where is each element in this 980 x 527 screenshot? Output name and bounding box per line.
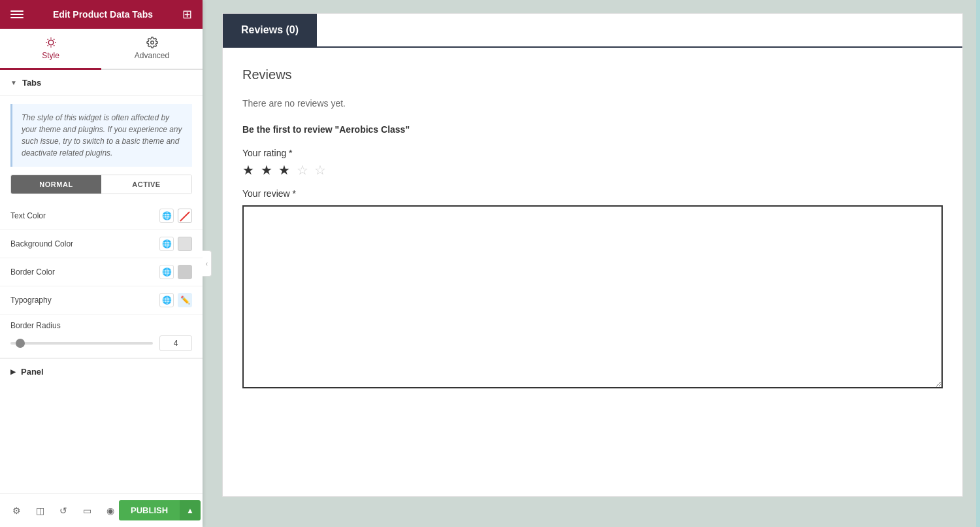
typography-controls: 🌐 ✏️ [159,293,192,307]
panel-content: ▼ Tabs The style of this widget is often… [0,70,203,527]
border-radius-row: Border Radius 4 [0,314,203,358]
left-panel: Edit Product Data Tabs ⊞ Style Advanced … [0,0,203,527]
reviews-tab[interactable]: Reviews (0) [223,14,317,46]
publish-button[interactable]: PUBLISH [119,500,180,520]
typography-row: Typography 🌐 ✏️ [0,286,203,314]
border-radius-control: 4 [10,335,192,351]
background-color-global-btn[interactable]: 🌐 [159,237,174,251]
tab-advanced-label: Advanced [135,51,169,60]
right-border-accent [976,0,980,527]
text-color-swatch[interactable] [178,209,192,223]
tab-strip: Reviews (0) [223,14,962,48]
tabs-section-header[interactable]: ▼ Tabs [0,70,203,96]
your-rating-label: Your rating * [242,148,943,158]
background-color-label: Background Color [10,239,159,248]
border-radius-label: Border Radius [10,321,192,330]
panel-section: ▶ Panel [0,358,203,384]
border-radius-slider[interactable] [10,342,153,345]
star-1[interactable]: ★ [242,163,255,177]
publish-group: PUBLISH ▲ [119,500,201,520]
history-icon[interactable]: ↺ [55,502,72,519]
tab-advanced[interactable]: Advanced [101,29,203,70]
tabs-info-box: The style of this widget is often affect… [10,104,192,167]
text-color-row: Text Color 🌐 [0,202,203,230]
bottom-icons-group: ⚙ ◫ ↺ ▭ ◉ [8,502,119,519]
typography-global-btn[interactable]: 🌐 [159,293,174,307]
content-wrapper: Reviews (0) Reviews There are no reviews… [222,13,963,497]
tabs-info-text: The style of this widget is often affect… [22,113,182,158]
review-content: Reviews There are no reviews yet. Be the… [223,48,962,411]
border-radius-value[interactable]: 4 [159,335,192,351]
layers-icon[interactable]: ◫ [31,502,48,519]
toggle-normal[interactable]: NORMAL [11,175,101,194]
star-3[interactable]: ★ [278,163,291,177]
border-color-label: Border Color [10,267,159,277]
border-color-swatch[interactable] [178,265,192,279]
panel-title: Edit Product Data Tabs [53,9,153,20]
star-4[interactable]: ☆ [297,163,310,177]
panel-section-header[interactable]: ▶ Panel [0,359,203,384]
publish-arrow-button[interactable]: ▲ [180,500,201,520]
border-color-row: Border Color 🌐 [0,258,203,286]
collapse-handle[interactable]: ‹ [203,250,212,277]
star-2[interactable]: ★ [261,163,274,177]
toggle-active[interactable]: ACTIVE [101,175,191,194]
be-first-text: Be the first to review "Aerobics Class" [242,124,943,135]
panel-bottom-bar: ⚙ ◫ ↺ ▭ ◉ PUBLISH ▲ [0,493,203,527]
text-color-controls: 🌐 [159,209,192,223]
tabs-arrow-icon: ▼ [10,79,17,86]
panel-section-label: Panel [21,367,44,377]
background-color-row: Background Color 🌐 [0,230,203,258]
normal-active-toggle[interactable]: NORMAL ACTIVE [10,175,192,194]
tabs-section-label: Tabs [22,78,41,88]
star-rating[interactable]: ★ ★ ★ ☆ ☆ [242,162,943,178]
panel-arrow-icon: ▶ [10,368,16,375]
panel-mode-tabs: Style Advanced [0,29,203,70]
template-icon[interactable]: ▭ [78,502,95,519]
text-color-label: Text Color [10,211,159,220]
typography-label: Typography [10,296,159,305]
svg-point-1 [150,41,154,44]
grid-icon[interactable]: ⊞ [182,7,192,22]
no-reviews-text: There are no reviews yet. [242,98,943,109]
typography-edit-btn[interactable]: ✏️ [178,293,192,307]
hamburger-icon[interactable] [10,8,24,21]
background-color-swatch[interactable] [178,237,192,251]
eye-icon[interactable]: ◉ [102,502,119,519]
panel-header: Edit Product Data Tabs ⊞ [0,0,203,29]
background-color-controls: 🌐 [159,237,192,251]
right-content-area: Reviews (0) Reviews There are no reviews… [203,0,976,527]
your-review-label: Your review * [242,188,943,199]
tab-style-label: Style [42,51,59,60]
review-title: Reviews [242,67,943,82]
svg-point-0 [48,40,54,45]
text-color-global-btn[interactable]: 🌐 [159,209,174,223]
review-textarea[interactable] [242,205,943,388]
border-color-controls: 🌐 [159,265,192,279]
tab-style[interactable]: Style [0,29,101,70]
settings-icon[interactable]: ⚙ [8,502,25,519]
border-color-global-btn[interactable]: 🌐 [159,265,174,279]
star-5[interactable]: ☆ [314,163,327,177]
